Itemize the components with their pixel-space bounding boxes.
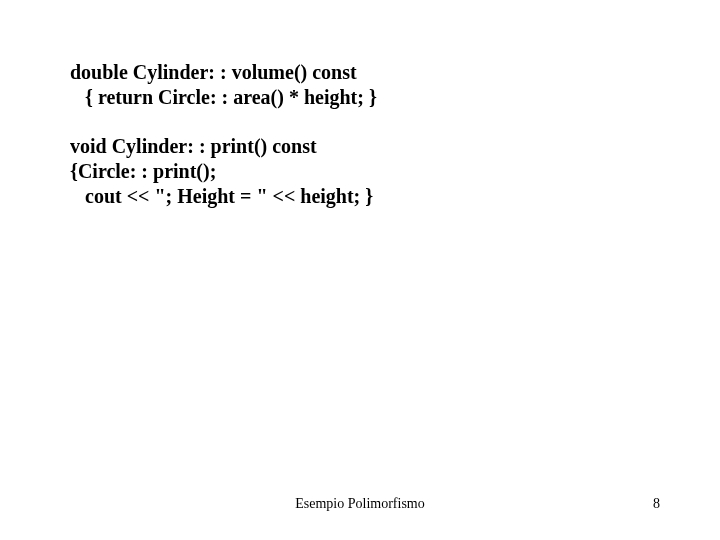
code-block: double Cylinder: : volume() const { retu… [70,60,650,209]
code-line-4: {Circle: : print(); [70,159,650,184]
footer-title: Esempio Polimorfismo [0,496,720,512]
code-line-5: cout << "; Height = " << height; } [70,184,650,209]
code-line-2: { return Circle: : area() * height; } [70,85,650,110]
code-line-3: void Cylinder: : print() const [70,134,650,159]
page-number: 8 [653,496,660,512]
code-line-1: double Cylinder: : volume() const [70,60,650,85]
blank-line [70,110,650,134]
slide: double Cylinder: : volume() const { retu… [0,0,720,540]
